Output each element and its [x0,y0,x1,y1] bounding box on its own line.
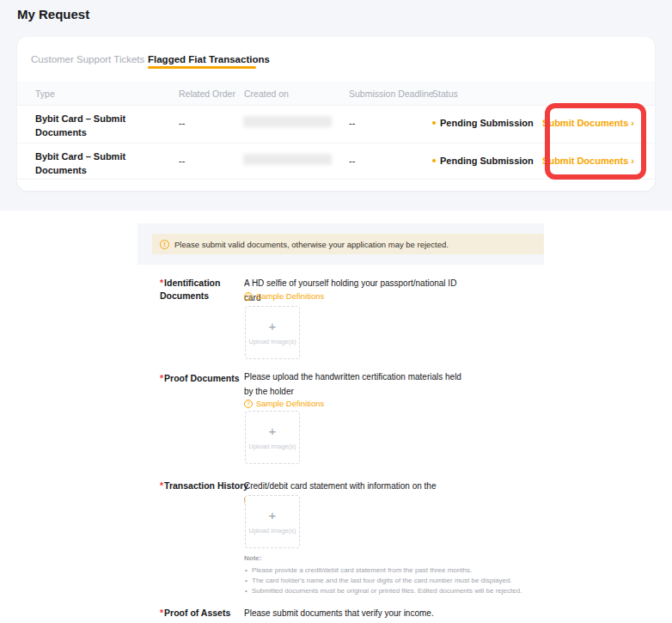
info-icon: ! [160,240,169,249]
field-description: Please upload the handwritten certificat… [244,370,469,399]
created-on-redacted-value [243,154,332,165]
note-block: Note: Please provide a credit/debit card… [244,554,536,596]
upload-image-box-transaction-history[interactable]: + Upload image(s) [245,495,300,548]
plus-icon: + [269,320,277,333]
note-title: Note: [244,554,536,562]
plus-icon: + [269,509,277,522]
related-order-cell: -- [179,118,185,128]
active-tab-underline [148,66,256,69]
required-asterisk: * [160,480,163,491]
note-item: The card holder's name and the last four… [244,576,536,586]
field-label-proof-of-assets: *Proof of Assets [160,607,249,620]
question-icon: ? [244,400,253,408]
upload-image-box-identification[interactable]: + Upload image(s) [245,306,300,359]
required-asterisk: * [160,373,163,383]
field-description: Please submit documents that verify your… [244,606,469,620]
created-on-redacted-value [243,116,332,127]
status-dot-icon [432,159,436,162]
field-label-proof-documents: *Proof Documents [160,372,249,385]
page-title: My Request [17,7,89,21]
sample-definitions-link[interactable]: ? Sample Definitions [244,291,324,301]
upload-label: Upload image(s) [248,527,296,534]
warning-banner-text: Please submit valid documents, otherwise… [174,240,449,249]
tab-customer-support-tickets[interactable]: Customer Support Tickets [31,54,144,64]
upload-label: Upload image(s) [248,443,296,450]
question-icon: ? [244,292,253,301]
column-header-created-on: Created on [244,89,289,99]
column-header-submission-deadline: Submission Deadline [349,89,434,99]
note-list: Please provide a credit/debit card state… [244,565,536,596]
type-cell: Bybit Card – Submit Documents [35,112,131,139]
plus-icon: + [269,424,277,437]
tab-flagged-fiat-transactions[interactable]: Flagged Fiat Transactions [148,54,270,64]
submission-deadline-cell: -- [349,118,355,128]
status-dot-icon [432,121,436,125]
upload-image-box-proof[interactable]: + Upload image(s) [245,411,300,464]
column-header-status: Status [432,89,458,99]
note-item: Submitted documents must be original or … [244,586,536,596]
upload-label: Upload image(s) [248,338,296,345]
column-header-related-order: Related Order [179,89,235,99]
sample-definitions-link[interactable]: ? Sample Definitions [244,399,324,408]
submission-deadline-cell: -- [349,156,355,166]
table-header: Type Related Order Created on Submission… [17,82,655,106]
status-badge: Pending Submission [432,156,534,166]
note-item: Please provide a credit/debit card state… [244,565,536,576]
column-header-type: Type [35,89,55,99]
field-label-transaction-history: *Transaction History [160,479,249,492]
warning-banner: ! Please submit valid documents, otherwi… [152,234,544,254]
field-label-identification-documents: *Identification Documents [160,277,249,302]
required-asterisk: * [160,608,163,618]
red-annotation-box [545,103,646,180]
status-badge: Pending Submission [432,118,534,128]
type-cell: Bybit Card – Submit Documents [35,150,131,177]
related-order-cell: -- [179,156,185,166]
required-asterisk: * [160,278,163,288]
